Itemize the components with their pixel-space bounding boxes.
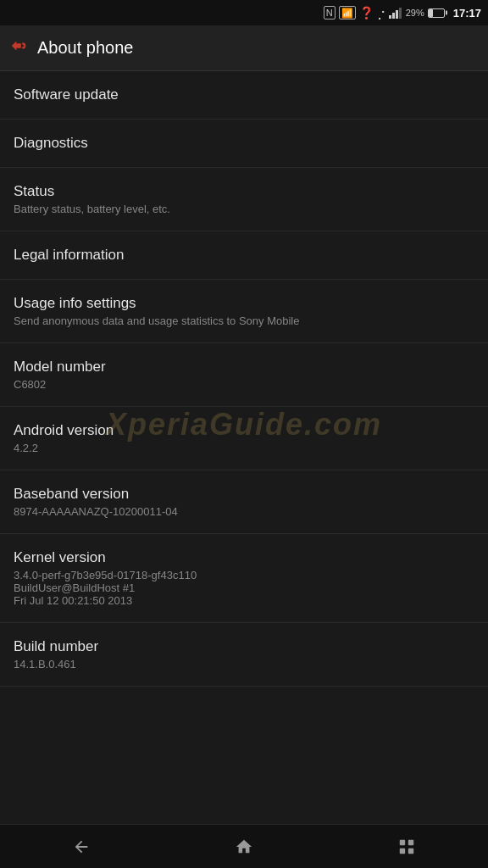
status-bar: N 📶 ❓ ⡐ 29% 17:17: [0, 0, 488, 25]
list-item-title-software-update: Software update: [14, 86, 474, 103]
list-item-value-build-number: 14.1.B.0.461: [14, 658, 474, 670]
list-item-value-model-number: C6802: [14, 378, 474, 391]
svg-rect-3: [399, 8, 402, 19]
svg-rect-7: [408, 848, 413, 853]
list-item-title-usage-info-settings: Usage info settings: [14, 295, 474, 312]
back-settings-icon[interactable]: [10, 36, 29, 59]
list-item-android-version: Android version4.2.2: [0, 407, 488, 470]
svg-rect-5: [408, 839, 413, 844]
battery-icon: [428, 8, 445, 18]
list-item-title-baseband-version: Baseband version: [14, 486, 474, 503]
svg-rect-6: [400, 848, 405, 853]
list-item-title-legal-information: Legal information: [14, 247, 474, 264]
list-item-title-model-number: Model number: [14, 359, 474, 376]
page-title: About phone: [37, 38, 133, 58]
status-icons-right: N 📶 ❓ ⡐ 29% 17:17: [324, 6, 481, 19]
wifi-icon: ❓: [359, 6, 374, 19]
nfc-icon: N: [324, 6, 336, 19]
list-item-software-update[interactable]: Software update: [0, 71, 488, 120]
rss-icon: 📶: [339, 6, 356, 19]
status-time: 17:17: [453, 7, 481, 19]
list-item-title-build-number: Build number: [14, 638, 474, 655]
list-item-usage-info-settings[interactable]: Usage info settingsSend anonymous data a…: [0, 280, 488, 343]
list-item-status[interactable]: StatusBattery status, battery level, etc…: [0, 168, 488, 231]
header: About phone: [0, 25, 488, 71]
list-item-value-baseband-version: 8974-AAAAANAZQ-10200011-04: [14, 505, 474, 518]
home-nav-button[interactable]: [219, 830, 269, 864]
svg-rect-2: [396, 10, 398, 19]
list-item-value-android-version: 4.2.2: [14, 442, 474, 454]
list-item-title-status: Status: [14, 183, 474, 200]
svg-rect-0: [389, 15, 391, 19]
list-item-diagnostics[interactable]: Diagnostics: [0, 120, 488, 168]
signal-icon: ⡐: [377, 6, 385, 19]
list-item-title-android-version: Android version: [14, 422, 474, 439]
back-nav-button[interactable]: [56, 830, 107, 864]
list-item-title-diagnostics: Diagnostics: [14, 135, 474, 152]
signal-bars: [389, 8, 402, 19]
nav-bar: [0, 824, 488, 868]
list-item-subtitle-usage-info-settings: Send anonymous data and usage statistics…: [14, 314, 474, 327]
list-item-legal-information[interactable]: Legal information: [0, 231, 488, 280]
list-item-value-kernel-version: 3.4.0-perf-g7b3e95d-01718-gf43c110 Build…: [14, 569, 474, 607]
svg-rect-1: [392, 13, 395, 19]
svg-rect-4: [400, 839, 405, 844]
recents-nav-button[interactable]: [381, 830, 432, 864]
list-item-model-number: Model numberC6802: [0, 343, 488, 407]
list-item-kernel-version: Kernel version3.4.0-perf-g7b3e95d-01718-…: [0, 534, 488, 623]
list-item-subtitle-status: Battery status, battery level, etc.: [14, 203, 474, 215]
content-area: Software updateDiagnosticsStatusBattery …: [0, 71, 488, 824]
list-item-title-kernel-version: Kernel version: [14, 549, 474, 566]
battery-percent: 29%: [406, 8, 424, 18]
list-item-build-number: Build number14.1.B.0.461: [0, 623, 488, 687]
list-item-baseband-version: Baseband version8974-AAAAANAZQ-10200011-…: [0, 470, 488, 534]
